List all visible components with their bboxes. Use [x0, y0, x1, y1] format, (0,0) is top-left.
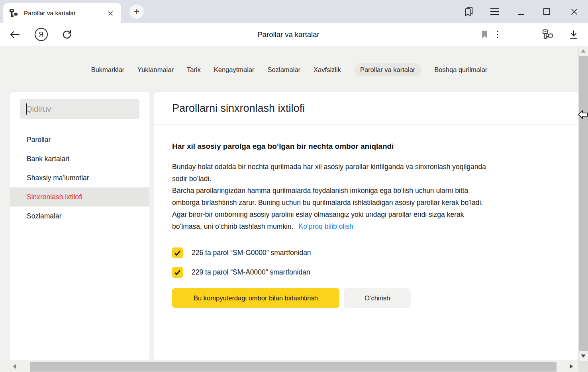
conflict-description: Bunday holat odatda bir nechta qurilmada… — [172, 161, 561, 232]
nav-boshqa-qurilmalar[interactable]: Boshqa qurilmalar — [434, 63, 487, 76]
tab-title: Parollar va kartalar — [24, 10, 105, 17]
browser-toolbar: Я Y personal Parollar va kartalar — [0, 23, 588, 46]
address-bar-title[interactable]: Parollar va kartalar — [257, 23, 319, 46]
horizontal-scrollbar[interactable] — [0, 361, 578, 372]
conflict-list: 226 ta parol “SM-G0000” smartfonidan 229… — [172, 247, 561, 278]
passwords-key-card-icon — [9, 9, 18, 18]
checkbox-checked-icon[interactable] — [172, 267, 183, 278]
refresh-icon[interactable] — [58, 23, 76, 46]
conflict-heading: Har xil asosiy parolga ega boʻlgan bir n… — [172, 142, 561, 151]
page-content: Bukmarklar Yuklanmalar Tarix Kengaytmala… — [0, 46, 588, 372]
tab-bar: Parollar va kartalar + — [0, 0, 588, 23]
nav-sozlamalar[interactable]: Sozlamalar — [268, 63, 301, 76]
description-line: Agar biror-bir omborning asosiy parolini… — [172, 208, 561, 220]
horizontal-scroll-thumb[interactable] — [30, 362, 557, 372]
browser-window: Parollar va kartalar + — [0, 0, 588, 372]
description-line: Barcha parollaringizdan hamma qurilmalar… — [172, 185, 561, 197]
kebab-menu-icon[interactable] — [489, 23, 506, 46]
sidebar: Parollar Bank kartalari Shaxsiy maʼlumot… — [10, 92, 149, 360]
mouse-cursor — [578, 109, 588, 120]
scroll-down-arrow-icon[interactable] — [581, 354, 586, 358]
nav-kengaytmalar[interactable]: Kengaytmalar — [214, 63, 255, 76]
back-button[interactable] — [6, 23, 24, 46]
merge-button[interactable]: Bu kompyuterdagi ombor bilan birlashtiri… — [172, 288, 339, 308]
sidebar-item-bank-kartalari[interactable]: Bank kartalari — [10, 149, 149, 168]
yandex-logo-icon[interactable]: Я — [32, 23, 50, 46]
window-minimize-button[interactable] — [513, 0, 529, 23]
new-tab-button[interactable]: + — [129, 4, 144, 19]
main-panel: Parollarni sinxronlash ixtilofi Har xil … — [154, 92, 578, 360]
sidebar-item-parollar[interactable]: Parollar — [10, 130, 149, 149]
scroll-left-arrow-icon[interactable] — [13, 364, 16, 369]
text-caret — [26, 103, 27, 115]
sidebar-item-shaxsiy-malumotlar[interactable]: Shaxsiy maʼlumotlar — [10, 168, 149, 187]
description-line: sodir boʻladi. — [172, 173, 561, 185]
learn-more-link[interactable]: Koʻproq bilib olish — [298, 222, 353, 230]
menu-hamburger-icon[interactable] — [487, 0, 503, 23]
vertical-scroll-thumb[interactable] — [579, 56, 588, 351]
page-title: Parollarni sinxronlash ixtilofi — [172, 102, 305, 115]
tab-parollar-va-kartalar[interactable]: Parollar va kartalar — [3, 3, 121, 23]
nav-tarix[interactable]: Tarix — [187, 63, 201, 76]
description-line: omborga birlashtirish zarur. Buning uchu… — [172, 197, 561, 208]
scroll-up-arrow-icon[interactable] — [581, 49, 586, 53]
scroll-right-arrow-icon[interactable] — [570, 364, 573, 369]
sidebar-item-sinxronlash-ixtilofi[interactable]: Sinxronlash ixtilofi — [10, 187, 149, 206]
window-maximize-button[interactable] — [539, 0, 555, 23]
downloads-icon[interactable] — [565, 23, 582, 46]
vertical-scrollbar[interactable] — [578, 46, 588, 361]
description-last-line: boʻlmasa, uni oʻchirib tashlash mumkin.K… — [172, 220, 561, 232]
action-buttons: Bu kompyuterdagi ombor bilan birlashtiri… — [172, 288, 561, 308]
conflict-row: 229 ta parol “SM-A0000” smartfonidan — [172, 267, 561, 278]
section-nav: Bukmarklar Yuklanmalar Tarix Kengaytmala… — [0, 63, 578, 76]
nav-parollar-va-kartalar[interactable]: Parollar va kartalar — [354, 63, 421, 76]
conflict-label: 229 ta parol “SM-A0000” smartfonidan — [192, 268, 310, 277]
window-close-button[interactable] — [566, 0, 582, 23]
nav-bukmarklar[interactable]: Bukmarklar — [91, 63, 124, 76]
nav-yuklanmalar[interactable]: Yuklanmalar — [137, 63, 174, 76]
checkbox-checked-icon[interactable] — [172, 247, 183, 258]
nav-xavfsizlik[interactable]: Xavfsizlik — [314, 63, 341, 76]
scrollbar-corner — [578, 361, 588, 372]
delete-button[interactable]: Oʻchirish — [344, 288, 411, 308]
tab-close-icon[interactable] — [105, 8, 116, 18]
bookmarks-panel-icon[interactable] — [461, 0, 476, 23]
password-manager-icon[interactable] — [539, 23, 556, 46]
description-line: boʻlmasa, uni oʻchirib tashlash mumkin. — [172, 222, 293, 230]
main-title-row: Parollarni sinxronlash ixtilofi — [154, 92, 578, 125]
search-input[interactable] — [20, 99, 139, 119]
conflict-label: 226 ta parol “SM-G0000” smartfonidan — [192, 249, 311, 257]
sidebar-list: Parollar Bank kartalari Shaxsiy maʼlumot… — [10, 130, 149, 226]
sidebar-item-sozlamalar[interactable]: Sozlamalar — [10, 206, 149, 226]
description-line: Bunday holat odatda bir nechta qurilmada… — [172, 161, 561, 173]
conflict-row: 226 ta parol “SM-G0000” smartfonidan — [172, 247, 561, 258]
